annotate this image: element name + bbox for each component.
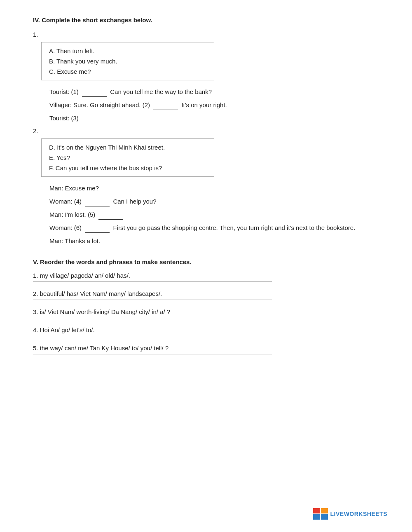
option-b: B. Thank you very much. bbox=[49, 58, 206, 65]
option-a: A. Then turn left. bbox=[49, 47, 206, 54]
blank-1[interactable] bbox=[82, 96, 107, 97]
speaker-tourist-1: Tourist: (1) bbox=[49, 88, 79, 95]
option-e: E. Yes? bbox=[49, 154, 206, 161]
logo-sq2 bbox=[321, 508, 328, 513]
dialogue-2-line-2: Woman: (4) Can I help you? bbox=[49, 197, 379, 206]
question-1-options-box: A. Then turn left. B. Thank you very muc… bbox=[41, 42, 214, 80]
dialogue-2-line-1: Man: Excuse me? bbox=[49, 183, 379, 193]
dialogue-2-line-4: Woman: (6) First you go pass the shoppin… bbox=[49, 223, 379, 233]
reorder-line-4[interactable] bbox=[33, 336, 272, 336]
question-2-dialogue: Man: Excuse me? Woman: (4) Can I help yo… bbox=[41, 183, 379, 246]
section-v: V. Reorder the words and phrases to make… bbox=[33, 258, 379, 354]
reorder-line-5[interactable] bbox=[33, 354, 272, 354]
reorder-line-1[interactable] bbox=[33, 281, 272, 282]
question-2-block: 2. D. It's on the Nguyen Thi Minh Khai s… bbox=[33, 127, 379, 246]
speaker-villager: Villager: Sure. Go straight ahead. (2) bbox=[49, 101, 150, 108]
woman-1-rest: Can I help you? bbox=[113, 198, 156, 205]
option-c: C. Excuse me? bbox=[49, 68, 206, 75]
reorder-text-1: 1. my village/ pagoda/ an/ old/ has/. bbox=[33, 272, 379, 279]
speaker-man-3: Man: Thanks a lot. bbox=[49, 237, 100, 244]
blank-6[interactable] bbox=[85, 232, 110, 233]
speaker-man-1: Man: Excuse me? bbox=[49, 185, 99, 192]
question-1-number: 1. bbox=[33, 31, 379, 38]
reorder-text-2: 2. beautiful/ has/ Viet Nam/ many/ lands… bbox=[33, 290, 379, 297]
logo-text: LIVEWORKSHEETS bbox=[330, 511, 387, 517]
logo-sq4 bbox=[321, 514, 328, 520]
reorder-item-3: 3. is/ Viet Nam/ worth-living/ Da Nang/ … bbox=[33, 308, 379, 318]
section-iv-title: IV. Complete the short exchanges below. bbox=[33, 16, 379, 23]
question-1-dialogue: Tourist: (1) Can you tell me the way to … bbox=[41, 87, 379, 123]
tourist-1-rest: Can you tell me the way to the bank? bbox=[110, 88, 212, 95]
reorder-item-5: 5. the way/ can/ me/ Tan Ky House/ to/ y… bbox=[33, 345, 379, 354]
speaker-woman-2: Woman: (6) bbox=[49, 224, 82, 231]
reorder-line-2[interactable] bbox=[33, 300, 272, 300]
reorder-item-4: 4. Hoi An/ go/ let's/ to/. bbox=[33, 326, 379, 336]
reorder-line-3[interactable] bbox=[33, 318, 272, 318]
reorder-text-5: 5. the way/ can/ me/ Tan Ky House/ to/ y… bbox=[33, 345, 379, 352]
dialogue-2-line-3: Man: I'm lost. (5) bbox=[49, 210, 379, 220]
question-2-number: 2. bbox=[33, 127, 379, 134]
option-d: D. It's on the Nguyen Thi Minh Khai stre… bbox=[49, 144, 206, 151]
reorder-item-1: 1. my village/ pagoda/ an/ old/ has/. bbox=[33, 272, 379, 282]
speaker-tourist-2: Tourist: (3) bbox=[49, 115, 79, 122]
blank-4[interactable] bbox=[85, 206, 110, 206]
logo-sq3 bbox=[313, 514, 320, 520]
speaker-woman-1: Woman: (4) bbox=[49, 198, 82, 205]
blank-3[interactable] bbox=[82, 123, 107, 123]
reorder-item-2: 2. beautiful/ has/ Viet Nam/ many/ lands… bbox=[33, 290, 379, 300]
logo-sq1 bbox=[313, 508, 320, 513]
villager-rest: It's on your right. bbox=[181, 101, 227, 108]
blank-5[interactable] bbox=[98, 219, 123, 220]
question-2-options-box: D. It's on the Nguyen Thi Minh Khai stre… bbox=[41, 138, 214, 177]
blank-2[interactable] bbox=[153, 110, 178, 110]
dialogue-1-line-1: Tourist: (1) Can you tell me the way to … bbox=[49, 87, 379, 97]
option-f: F. Can you tell me where the bus stop is… bbox=[49, 164, 206, 171]
logo-icon bbox=[313, 508, 328, 520]
dialogue-1-line-3: Tourist: (3) bbox=[49, 113, 379, 123]
section-iv: IV. Complete the short exchanges below. … bbox=[33, 16, 379, 246]
speaker-man-2: Man: I'm lost. (5) bbox=[49, 211, 95, 218]
reorder-text-4: 4. Hoi An/ go/ let's/ to/. bbox=[33, 326, 379, 333]
dialogue-1-line-2: Villager: Sure. Go straight ahead. (2) I… bbox=[49, 100, 379, 110]
dialogue-2-line-5: Man: Thanks a lot. bbox=[49, 236, 379, 246]
reorder-text-3: 3. is/ Viet Nam/ worth-living/ Da Nang/ … bbox=[33, 308, 379, 315]
section-v-title: V. Reorder the words and phrases to make… bbox=[33, 258, 379, 265]
woman-2-rest: First you go pass the shopping centre. T… bbox=[113, 224, 355, 231]
liveworksheets-logo: LIVEWORKSHEETS bbox=[313, 508, 387, 520]
